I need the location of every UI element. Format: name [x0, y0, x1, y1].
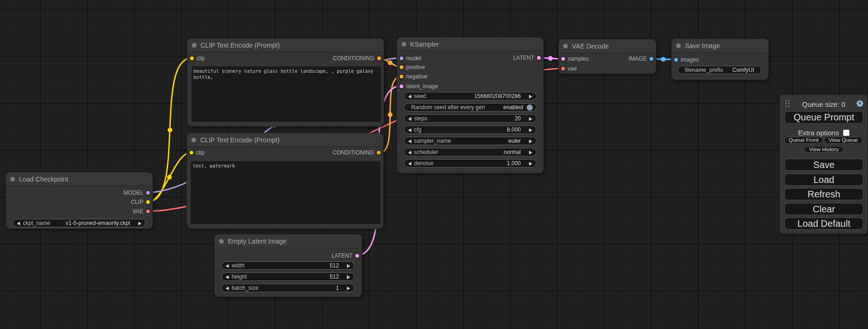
settings-gear-icon[interactable]	[856, 100, 863, 107]
view-history-button[interactable]: View History	[804, 146, 844, 153]
output-slot-model[interactable]: MODEL	[6, 188, 153, 197]
node-title-bar[interactable]: Load Checkpoint	[6, 172, 153, 186]
wire-dot	[388, 112, 393, 117]
image-input-dot[interactable]	[674, 58, 678, 62]
widget-ckpt-name[interactable]: ckpt_name v1-5-pruned-emaonly.ckpt	[13, 219, 146, 227]
output-slot-latent[interactable]: LATENT	[397, 53, 544, 63]
node-title-bar[interactable]: KSampler	[397, 37, 544, 51]
node-status-dot	[191, 138, 196, 142]
prev-value-arrow-icon[interactable]	[226, 287, 229, 290]
clear-button[interactable]: Clear	[784, 203, 863, 215]
wire-dot	[388, 60, 393, 65]
node-empty-latent-image[interactable]: Empty Latent Image LATENT width 512 heig…	[214, 234, 362, 297]
node-title: Load Checkpoint	[19, 172, 68, 186]
vae-output-dot[interactable]	[146, 210, 150, 213]
widget-batch-size[interactable]: batch_size 1	[221, 284, 354, 292]
vae-input-dot[interactable]	[561, 67, 565, 70]
widget-denoise[interactable]: denoise 1.000	[404, 159, 536, 168]
latent-output-dot[interactable]	[355, 254, 359, 258]
conditioning-output-dot[interactable]	[377, 151, 381, 154]
clip-output-dot[interactable]	[146, 200, 150, 204]
next-value-arrow-icon[interactable]	[347, 287, 350, 290]
prev-value-arrow-icon[interactable]	[408, 151, 411, 154]
input-slot-images[interactable]: images	[671, 55, 769, 64]
next-value-arrow-icon[interactable]	[347, 275, 350, 279]
next-value-arrow-icon[interactable]	[529, 162, 532, 166]
refresh-button[interactable]: Refresh	[784, 188, 863, 200]
load-button[interactable]: Load	[784, 174, 863, 186]
node-title-bar[interactable]: CLIP Text Encode (Prompt)	[187, 133, 383, 147]
output-slot-clip[interactable]: CLIP	[6, 197, 153, 207]
widget-steps[interactable]: steps 20	[404, 114, 536, 123]
queue-front-button[interactable]: Queue Front	[784, 137, 823, 144]
load-default-button[interactable]: Load Default	[784, 217, 863, 230]
extra-options-row: Extra options	[780, 128, 868, 135]
node-load-checkpoint[interactable]: Load Checkpoint MODEL CLIP VAE ckpt_name…	[6, 172, 153, 229]
widget-width[interactable]: width 512	[221, 261, 354, 270]
positive-prompt-textarea[interactable]: beautiful scenery nature glass bottle la…	[191, 66, 381, 122]
node-title: CLIP Text Encode (Prompt)	[200, 133, 280, 147]
output-slot-conditioning[interactable]: CONDITIONING	[187, 54, 384, 63]
prev-value-arrow-icon[interactable]	[226, 275, 229, 279]
widget-height[interactable]: height 512	[221, 273, 354, 281]
prev-value-arrow-icon[interactable]	[17, 222, 20, 225]
latent-input-dot[interactable]	[400, 84, 403, 88]
prev-value-arrow-icon[interactable]	[408, 117, 411, 121]
node-title: VAE Decode	[572, 39, 609, 53]
extra-options-checkbox[interactable]	[843, 130, 849, 136]
toggle-on-dot[interactable]	[527, 105, 533, 111]
node-title-bar[interactable]: VAE Decode	[558, 39, 656, 53]
wire-dot	[548, 56, 553, 61]
widget-seed[interactable]: seed 156680208700286	[404, 92, 536, 100]
conditioning-output-dot[interactable]	[377, 56, 381, 60]
negative-prompt-textarea[interactable]: text, watermark	[191, 161, 381, 224]
input-slot-negative[interactable]: negative	[397, 72, 544, 81]
image-output-dot[interactable]	[649, 57, 653, 61]
next-value-arrow-icon[interactable]	[138, 222, 141, 225]
node-clip-text-encode-positive[interactable]: CLIP Text Encode (Prompt) clip CONDITION…	[187, 38, 384, 126]
view-queue-button[interactable]: View Queue	[824, 137, 862, 144]
model-output-dot[interactable]	[146, 191, 150, 195]
input-slot-positive[interactable]: positive	[397, 63, 544, 72]
node-title-bar[interactable]: Save Image	[671, 39, 769, 53]
prev-value-arrow-icon[interactable]	[408, 140, 411, 143]
prev-value-arrow-icon[interactable]	[408, 95, 411, 98]
output-slot-image[interactable]: IMAGE	[558, 54, 656, 63]
output-slot-vae[interactable]: VAE	[6, 207, 153, 216]
widget-filename-prefix[interactable]: filename_prefix ComfyUI	[677, 66, 762, 74]
output-slot-conditioning[interactable]: CONDITIONING	[187, 148, 383, 157]
next-value-arrow-icon[interactable]	[529, 151, 532, 154]
next-value-arrow-icon[interactable]	[529, 128, 532, 132]
comfy-menu-panel: Queue size: 0 Queue Prompt Extra options…	[780, 95, 868, 234]
input-slot-latent-image[interactable]: latent_image	[397, 82, 544, 91]
node-status-dot	[10, 177, 15, 182]
node-title-bar[interactable]: CLIP Text Encode (Prompt)	[187, 38, 384, 52]
input-slot-vae[interactable]: vae	[558, 64, 656, 73]
widget-cfg[interactable]: cfg 8.000	[404, 126, 536, 134]
next-value-arrow-icon[interactable]	[347, 264, 350, 268]
output-slot-latent[interactable]: LATENT	[214, 251, 362, 260]
node-title: Save Image	[685, 39, 720, 53]
node-save-image[interactable]: Save Image images filename_prefix ComfyU…	[671, 39, 769, 80]
wire-dot	[661, 57, 666, 62]
queue-prompt-button[interactable]: Queue Prompt	[784, 111, 863, 124]
latent-output-dot[interactable]	[537, 56, 541, 60]
prev-value-arrow-icon[interactable]	[226, 264, 229, 268]
widget-random-seed-toggle[interactable]: Random seed after every gen enabled	[404, 103, 536, 112]
next-value-arrow-icon[interactable]	[529, 95, 532, 98]
node-ksampler[interactable]: KSampler model positive negative latent_…	[397, 37, 544, 173]
conditioning-input-dot[interactable]	[400, 75, 403, 78]
save-button[interactable]: Save	[784, 159, 863, 171]
widget-sampler-name[interactable]: sampler_name euler	[404, 137, 536, 145]
conditioning-input-dot[interactable]	[400, 65, 403, 69]
node-clip-text-encode-negative[interactable]: CLIP Text Encode (Prompt) clip CONDITION…	[187, 133, 383, 229]
node-status-dot	[402, 42, 406, 47]
prev-value-arrow-icon[interactable]	[408, 162, 411, 166]
node-vae-decode[interactable]: VAE Decode samples vae IMAGE	[558, 39, 656, 74]
next-value-arrow-icon[interactable]	[529, 140, 532, 143]
widget-scheduler[interactable]: scheduler normal	[404, 148, 536, 156]
graph-canvas[interactable]: Load Checkpoint MODEL CLIP VAE ckpt_name…	[0, 0, 868, 329]
next-value-arrow-icon[interactable]	[529, 117, 532, 121]
prev-value-arrow-icon[interactable]	[408, 128, 411, 132]
node-title-bar[interactable]: Empty Latent Image	[214, 234, 362, 248]
